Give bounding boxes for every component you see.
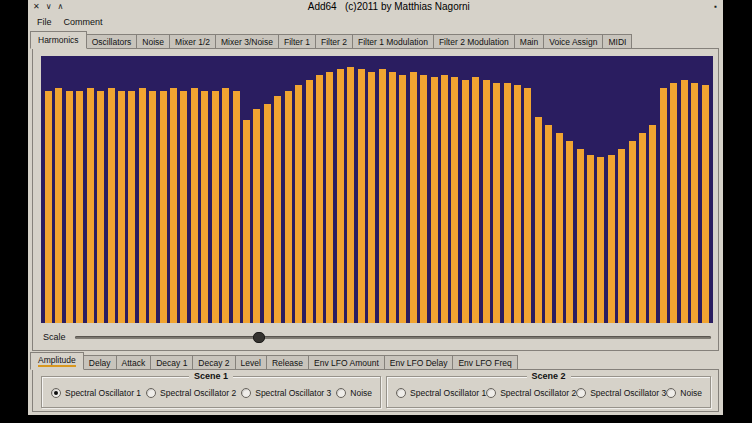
harmonic-bar-35[interactable] (399, 75, 406, 323)
harmonic-bar-9[interactable] (128, 91, 135, 323)
tab-filter-2[interactable]: Filter 2 (315, 34, 353, 49)
harmonic-bar-47[interactable] (524, 88, 531, 323)
harmonic-bar-59[interactable] (649, 125, 656, 323)
tab-mixer-1-2[interactable]: Mixer 1/2 (169, 34, 216, 49)
harmonic-bar-30[interactable] (347, 67, 354, 323)
harmonic-bar-27[interactable] (316, 75, 323, 323)
tab-decay-2[interactable]: Decay 2 (192, 355, 235, 370)
harmonic-bar-32[interactable] (368, 72, 375, 323)
radio-scene-1-noise[interactable]: Noise (336, 388, 372, 398)
radio-scene-2-spectral-oscillator-1[interactable]: Spectral Oscillator 1 (396, 388, 486, 398)
radio-scene-2-spectral-oscillator-2[interactable]: Spectral Oscillator 2 (486, 388, 576, 398)
harmonic-bar-8[interactable] (118, 91, 125, 323)
tab-env-lfo-freq[interactable]: Env LFO Freq (452, 355, 517, 370)
harmonic-bar-43[interactable] (483, 80, 490, 323)
harmonic-bar-26[interactable] (306, 80, 313, 323)
harmonic-bar-42[interactable] (472, 77, 479, 323)
tab-midi[interactable]: MIDI (602, 34, 632, 49)
harmonic-bar-11[interactable] (149, 91, 156, 323)
harmonic-bar-62[interactable] (681, 80, 688, 323)
harmonic-bar-50[interactable] (556, 133, 563, 323)
harmonic-bar-64[interactable] (702, 85, 709, 323)
radio-scene-2-spectral-oscillator-3[interactable]: Spectral Oscillator 3 (576, 388, 666, 398)
harmonic-bar-19[interactable] (233, 91, 240, 323)
harmonic-bar-2[interactable] (55, 88, 62, 323)
harmonic-bar-1[interactable] (45, 91, 52, 323)
scale-slider-handle[interactable] (253, 332, 265, 343)
harmonic-bar-54[interactable] (597, 157, 604, 323)
tab-decay-1[interactable]: Decay 1 (150, 355, 193, 370)
harmonic-bar-7[interactable] (108, 88, 115, 323)
tab-delay[interactable]: Delay (83, 355, 117, 370)
tab-mixer-3-noise[interactable]: Mixer 3/Noise (215, 34, 279, 49)
tab-release[interactable]: Release (266, 355, 309, 370)
harmonic-bar-25[interactable] (295, 85, 302, 323)
harmonic-bar-49[interactable] (545, 125, 552, 323)
menu-item-comment[interactable]: Comment (58, 15, 109, 29)
harmonic-bar-38[interactable] (431, 77, 438, 323)
harmonic-bar-23[interactable] (274, 96, 281, 323)
radio-scene-1-spectral-oscillator-3[interactable]: Spectral Oscillator 3 (241, 388, 331, 398)
radio-scene-1-spectral-oscillator-1[interactable]: Spectral Oscillator 1 (51, 388, 141, 398)
harmonic-bar-29[interactable] (337, 69, 344, 323)
tab-oscillators[interactable]: Oscillators (86, 34, 138, 49)
harmonic-bar-4[interactable] (76, 91, 83, 323)
tab-amplitude[interactable]: Amplitude (30, 352, 84, 370)
tab-env-lfo-amount[interactable]: Env LFO Amount (308, 355, 385, 370)
harmonic-bar-3[interactable] (66, 91, 73, 323)
harmonic-bar-45[interactable] (504, 83, 511, 323)
tab-filter-2-modulation[interactable]: Filter 2 Modulation (433, 34, 515, 49)
harmonic-bar-58[interactable] (639, 133, 646, 323)
radio-scene-2-noise[interactable]: Noise (666, 388, 702, 398)
harmonic-bar-48[interactable] (535, 117, 542, 323)
harmonic-bar-52[interactable] (577, 149, 584, 323)
harmonic-bar-63[interactable] (691, 83, 698, 323)
harmonic-bar-17[interactable] (212, 91, 219, 323)
harmonic-bar-55[interactable] (608, 155, 615, 323)
tab-filter-1-modulation[interactable]: Filter 1 Modulation (352, 34, 434, 49)
harmonic-bar-14[interactable] (180, 91, 187, 323)
harmonic-bar-28[interactable] (326, 72, 333, 323)
harmonic-bar-15[interactable] (191, 88, 198, 323)
harmonic-bar-53[interactable] (587, 155, 594, 323)
harmonic-bar-46[interactable] (514, 85, 521, 323)
tab-level[interactable]: Level (235, 355, 267, 370)
tab-filter-1[interactable]: Filter 1 (278, 34, 316, 49)
radio-scene-1-spectral-oscillator-2[interactable]: Spectral Oscillator 2 (146, 388, 236, 398)
harmonic-bar-18[interactable] (222, 88, 229, 323)
window-close-icon[interactable]: ✕ (33, 2, 40, 11)
harmonic-bar-12[interactable] (160, 91, 167, 323)
harmonic-bar-24[interactable] (285, 91, 292, 323)
harmonic-bar-16[interactable] (201, 91, 208, 323)
harmonic-bar-60[interactable] (660, 88, 667, 323)
harmonic-bar-34[interactable] (389, 72, 396, 323)
scale-slider-groove[interactable] (75, 336, 711, 339)
harmonic-bar-39[interactable] (441, 75, 448, 323)
harmonic-bar-22[interactable] (264, 104, 271, 323)
harmonic-bar-20[interactable] (243, 120, 250, 323)
harmonic-bar-33[interactable] (379, 69, 386, 323)
harmonic-bar-57[interactable] (629, 141, 636, 323)
harmonics-display[interactable] (41, 56, 713, 323)
harmonic-bar-36[interactable] (410, 72, 417, 323)
tab-env-lfo-delay[interactable]: Env LFO Delay (384, 355, 454, 370)
harmonic-bar-44[interactable] (493, 83, 500, 323)
harmonic-bar-41[interactable] (462, 80, 469, 323)
window-shade-icon[interactable]: ∨ (46, 2, 52, 11)
harmonic-bar-13[interactable] (170, 88, 177, 323)
tab-attack[interactable]: Attack (116, 355, 152, 370)
harmonic-bar-21[interactable] (253, 109, 260, 323)
harmonic-bar-51[interactable] (566, 141, 573, 323)
harmonic-bar-56[interactable] (618, 149, 625, 323)
harmonic-bar-10[interactable] (139, 88, 146, 323)
title-bar[interactable]: ✕∨∧ Add64 (c)2011 by Matthias Nagorni ▪ (28, 0, 723, 13)
harmonic-bar-37[interactable] (420, 75, 427, 323)
menu-item-file[interactable]: File (31, 15, 58, 29)
window-menu-icon[interactable]: ▪ (714, 2, 717, 11)
window-expand-icon[interactable]: ∧ (58, 2, 64, 11)
tab-main[interactable]: Main (514, 34, 544, 49)
harmonic-bar-61[interactable] (670, 83, 677, 323)
harmonic-bar-40[interactable] (451, 77, 458, 323)
harmonic-bar-5[interactable] (87, 88, 94, 323)
scale-slider[interactable] (75, 331, 711, 344)
